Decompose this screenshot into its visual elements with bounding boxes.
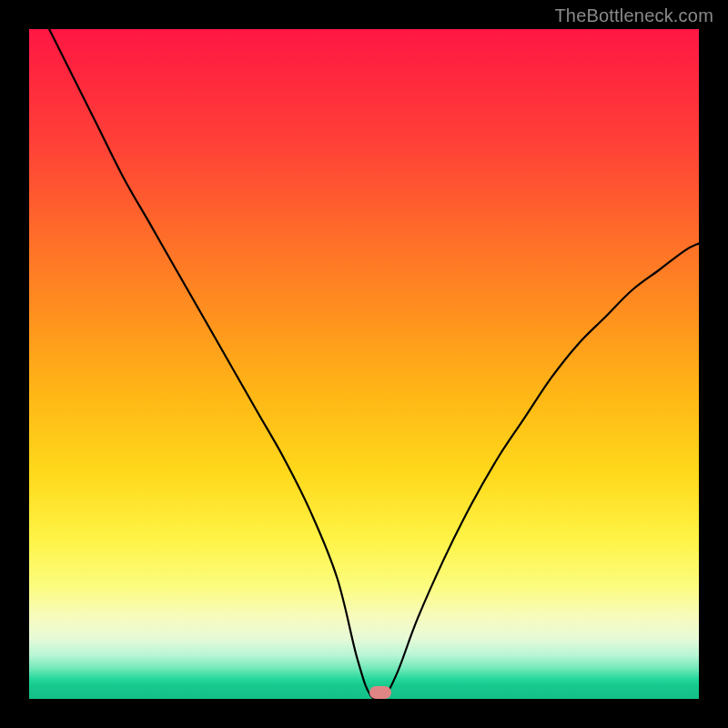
watermark-text: TheBottleneck.com [554,5,713,26]
bottleneck-curve [49,29,699,699]
plot-area [29,29,699,699]
chart-stage: TheBottleneck.com [0,0,728,728]
curve-svg [29,29,699,699]
optimum-marker [369,686,391,699]
